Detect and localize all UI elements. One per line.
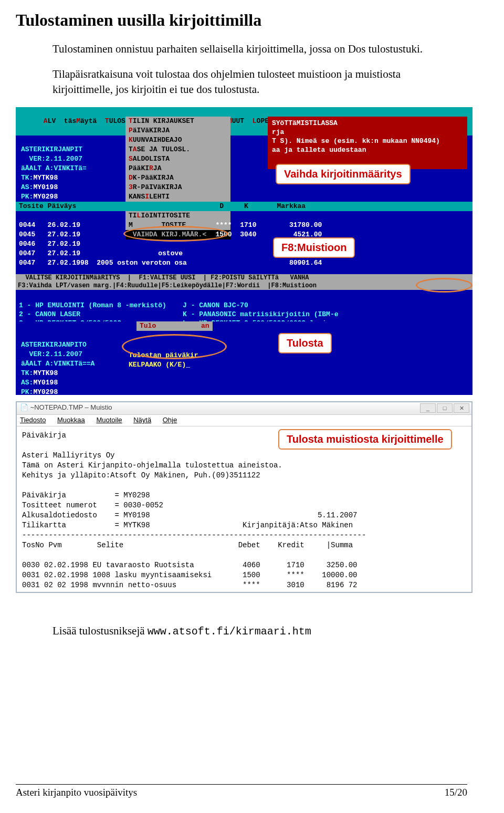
drop-item[interactable]: TILIN KIRJAUKSET [125,117,230,126]
table-row: 0047 27.02.1998 2005 oston veroton osa 8… [19,259,322,267]
screenshot-composite: ALV täsMäytä TULOSTA LEVYTOIMET MääRiTä … [16,107,472,593]
page-footer: Asteri kirjanpito vuosipäivitys 15/20 [16,784,467,798]
drop-item[interactable]: DK-PääKIRJA [125,173,230,183]
menu-format[interactable]: Muotoile [96,416,122,424]
bottom-tip: Lisää tulostusniksejä www.atsoft.fi/kirm… [52,624,467,638]
drop-item[interactable]: KUUNVAIHDEAJO [125,136,230,145]
drop-item[interactable]: TASE JA TULOSL. [125,145,230,154]
footer-left: Asteri kirjanpito vuosipäivitys [16,787,137,798]
callout-tulosta-muistiosta: Tulosta muistiosta kirjoittimelle [278,429,452,450]
intro-para-2: Tilapäisratkaisuna voit tulostaa dos ohj… [52,67,430,97]
dos-line: VER:2.11.2007 [21,155,82,163]
callout-tulosta: Tulosta [278,333,332,353]
notepad-menubar: Tiedosto Muokkaa Muotoile Näytä Ohje [17,415,471,426]
intro-para-1: Tulostaminen onnistuu parhaiten sellaise… [52,41,430,56]
dos-table-header: Tosite Päiväys D K Markkaa [16,202,472,211]
dos-table-rows: 0044 26.02.19 **** 1710 31780.00 0045 27… [16,211,472,274]
printer-option[interactable]: 1 - HP EMULOINTI (Roman 8 -merkistö) J -… [19,301,248,309]
drop-item[interactable]: 3R-PäIVäKIRJA [125,183,230,192]
drop-item[interactable]: PääKIRJA [125,164,230,173]
menu-help[interactable]: Ohje [163,416,177,424]
notepad-titlebar: 📄 ~NOTEPAD.TMP – Muistio _ □ ✕ [17,402,471,415]
minimize-button[interactable]: _ [420,403,436,413]
dos-print-header: Tulo an [136,321,213,331]
ellipse-annotation [123,226,228,242]
footer-right: 15/20 [445,787,467,798]
printsel-line2: F3:Vaihda LPT/vasen marg.|F4:Ruudulle|F5… [16,282,472,290]
notepad-title: ~NOTEPAD.TMP – Muistio [30,403,112,411]
menu-view[interactable]: Näytä [133,416,151,424]
close-button[interactable]: ✕ [454,403,469,413]
tip-url: www.atsoft.fi/kirmaari.htm [148,626,311,638]
dos-red-message: SYöTTäMISTILASSA rja T S). Nimeä se (esi… [268,117,467,169]
dos-line: VER:2.11.2007 [21,350,82,358]
dos-line: äÄALT A:VINKITä= [21,164,87,172]
dos-line: ASTERIKIRJANPITO [21,341,87,349]
menu-file[interactable]: Tiedosto [20,416,46,424]
ellipse-annotation [122,334,227,359]
dos-line: ASTERIKIRJANPIT [21,145,82,153]
maximize-button[interactable]: □ [437,403,453,413]
drop-item[interactable]: KANSILEHTI [125,192,230,202]
notepad-icon: 📄 [20,403,28,411]
drop-item[interactable]: PäIVäKIRJA [125,126,230,136]
page-title: Tulostaminen uusilla kirjoittimilla [16,11,467,30]
dos-window-main: ALV täsMäytä TULOSTA LEVYTOIMET MääRiTä … [16,107,472,274]
menu-edit[interactable]: Muokkaa [57,416,85,424]
dos-printer-select: VALITSE KIRJOITINMääRITYS | F1:VALITSE U… [16,274,472,321]
dos-line: äÄALT A:VINKITä==A [21,360,94,368]
notepad-content: Päiväkirja Asteri Malliyritys Oy Tämä on… [17,426,471,595]
printer-option[interactable]: 2 - CANON LASER K - PANASONIC matriisiki… [19,310,339,318]
callout-f8: F8:Muistioon [273,237,355,258]
drop-item[interactable]: SALDOLISTA [125,154,230,164]
callout-vaihda: Vaihda kirjoitinmääritys [276,164,411,184]
printsel-line1: VALITSE KIRJOITINMääRITYS | F1:VALITSE U… [16,274,472,282]
dos-window-print-prompt: Tulo an ASTERIKIRJANPITO VER:2.11.2007 ä… [16,321,472,395]
ellipse-annotation [416,278,472,293]
